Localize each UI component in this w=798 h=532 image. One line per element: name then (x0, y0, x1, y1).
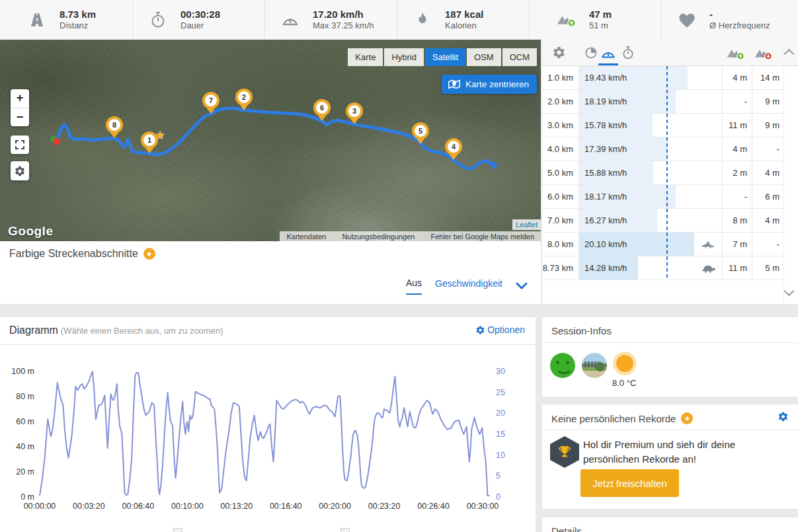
split-descent: 4 m (752, 209, 779, 232)
records-title-text: Keine persönlichen Rekorde (551, 413, 676, 424)
stat-heartrate: - Ø Herzfrequenz (661, 0, 798, 40)
diagram-title-text: Diagramm (9, 324, 58, 336)
records-settings-button[interactable] (778, 411, 789, 425)
chevron-down-icon[interactable] (516, 282, 528, 290)
heart-icon (676, 11, 698, 28)
toggle-aus[interactable]: Aus (406, 278, 422, 295)
split-speed: 18.19 km/h (584, 90, 627, 113)
column-divider (579, 66, 579, 280)
attribution-link[interactable]: Kartendaten (286, 233, 326, 241)
stat-speed: 17.20 km/h Max 37.25 km/h (264, 0, 397, 40)
speedometer-icon (280, 13, 301, 27)
route-marker-4[interactable]: 4 (445, 138, 462, 164)
splits-settings-gear-icon[interactable] (552, 46, 566, 62)
split-descent: 14 m (752, 66, 779, 89)
split-ascent: 11 m (722, 114, 747, 137)
legend-checkbox[interactable] (173, 528, 182, 532)
column-divider (722, 66, 723, 280)
svg-text:15: 15 (496, 430, 505, 439)
session-info-title: Session-Infos (551, 325, 612, 336)
speed-chart[interactable]: 100 m80 m60 m40 m20 m0 m30252015105000:0… (0, 345, 536, 532)
colored-sections-title: Farbige Streckenabschnitte ★ (9, 248, 155, 260)
svg-text:00:10:00: 00:10:00 (171, 502, 204, 511)
svg-text:00:30:00: 00:30:00 (467, 502, 499, 511)
map-attribution: Kartendaten Nutzungsbedingungen Fehler b… (280, 231, 541, 241)
zoom-out-button[interactable]: − (11, 108, 29, 127)
split-ascent: 4 m (722, 137, 747, 161)
fastest-rabbit-icon (701, 240, 715, 251)
svg-text:00:20:00: 00:20:00 (319, 502, 351, 511)
route-marker-6[interactable]: 6 (313, 99, 331, 125)
premium-message: Hol dir Premium und sieh dir deine persö… (583, 437, 790, 467)
route-marker-5[interactable]: 5 (412, 122, 429, 148)
road-icon (26, 12, 48, 28)
layer-ocm[interactable]: OCM (502, 48, 537, 66)
split-speed: 14.28 km/h (584, 256, 627, 280)
start-dot-red (54, 138, 61, 145)
layer-osm[interactable]: OSM (467, 48, 501, 66)
svg-text:30: 30 (496, 367, 505, 376)
colored-sections-panel: Farbige Streckenabschnitte ★ Aus Geschwi… (0, 241, 541, 304)
split-distance: 6.0 km (542, 185, 573, 208)
premium-star-icon: ★ (143, 248, 155, 260)
trophy-icon (557, 444, 573, 460)
toggle-geschwindigkeit[interactable]: Geschwindigkeit (435, 278, 502, 294)
session-info-label: Session-Infos (551, 325, 612, 336)
route-map[interactable]: 81726354 ★ + − Karte Hybrid Satellit OSM… (0, 40, 541, 241)
unlock-premium-button[interactable]: Jetzt freischalten (580, 469, 679, 497)
svg-text:00:03:20: 00:03:20 (73, 502, 105, 511)
stat-label: Max 37.25 km/h (313, 20, 374, 31)
route-marker-7[interactable]: 7 (202, 92, 219, 118)
route-marker-3[interactable]: 3 (346, 102, 363, 128)
center-map-button[interactable]: Karte zentrieren (442, 75, 537, 94)
fullscreen-button[interactable] (11, 135, 29, 154)
sun-icon (616, 355, 633, 372)
split-speed: 20.10 km/h (584, 233, 627, 256)
svg-text:00:13:20: 00:13:20 (220, 502, 253, 511)
stat-distance: 8.73 km Distanz (0, 0, 132, 40)
tab-speed-icon[interactable] (600, 48, 616, 61)
zoom-in-button[interactable]: + (11, 89, 29, 108)
map-zoom-control: + − (11, 89, 29, 126)
flame-icon (412, 11, 433, 28)
smiley-happy-icon (550, 353, 575, 378)
map-settings-button[interactable] (11, 161, 29, 180)
tab-duration-pie-icon[interactable] (584, 46, 598, 62)
stat-label: Ø Herzfrequenz (709, 20, 770, 31)
attribution-link[interactable]: Fehler bei Google Maps melden (430, 233, 534, 241)
route-marker-2[interactable]: 2 (235, 89, 253, 114)
svg-text:20: 20 (496, 408, 505, 418)
diagram-card: Diagramm(Wähle einen Bereich aus, um zu … (0, 317, 536, 532)
split-descent: - (752, 137, 779, 161)
route-marker-8[interactable]: 8 (106, 116, 123, 142)
split-distance: 8.0 km (542, 233, 573, 256)
svg-text:00:23:20: 00:23:20 (368, 502, 401, 511)
leaflet-attribution[interactable]: Leaflet (512, 219, 541, 230)
layer-karte[interactable]: Karte (348, 48, 383, 66)
park-surface-icon (582, 353, 607, 378)
tab-pace-stopwatch-icon[interactable] (621, 46, 635, 63)
split-descent: 4 m (752, 161, 779, 184)
split-ascent: 4 m (722, 66, 747, 89)
scroll-up-icon[interactable] (784, 49, 795, 59)
attribution-link[interactable]: Nutzungsbedingungen (342, 233, 415, 241)
gear-icon (14, 165, 26, 177)
split-distance: 2.0 km (542, 90, 573, 113)
splits-scrollbar[interactable] (783, 40, 793, 304)
divider (542, 430, 798, 430)
layer-hybrid[interactable]: Hybrid (384, 48, 424, 66)
legend-checkbox[interactable] (340, 528, 350, 532)
splits-panel: 1.0 km19.43 km/h4 m14 m2.0 km18.19 km/h-… (542, 40, 798, 304)
svg-text:80 m: 80 m (16, 392, 34, 401)
details-card: Details (542, 517, 798, 532)
svg-text:10: 10 (496, 451, 505, 460)
svg-text:0: 0 (496, 492, 500, 502)
diagram-options-button[interactable]: Optionen (475, 324, 525, 335)
svg-text:0 m: 0 m (20, 492, 34, 502)
split-descent: 5 m (752, 256, 779, 280)
fullscreen-icon (15, 139, 25, 150)
layer-satellit[interactable]: Satellit (425, 48, 465, 66)
scroll-down-icon[interactable] (784, 286, 795, 297)
diagram-options-label: Optionen (487, 324, 525, 335)
diagram-subtitle: (Wähle einen Bereich aus, um zu zoomen) (61, 326, 223, 336)
